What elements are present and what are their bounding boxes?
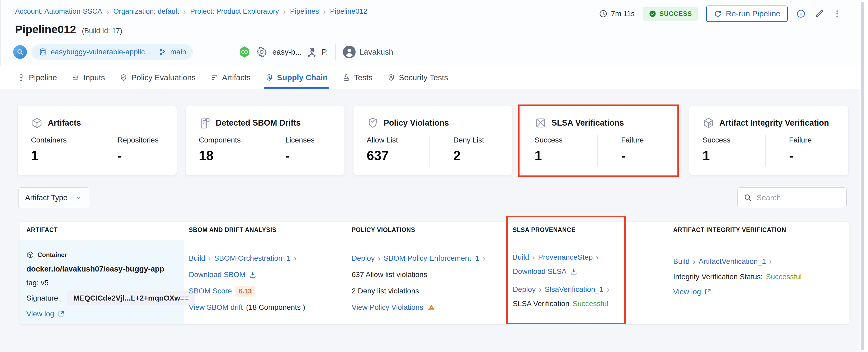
tab-tests[interactable]: Tests — [342, 66, 372, 89]
metric-label: Components — [199, 136, 241, 144]
trigger-project-name[interactable]: P. — [322, 48, 328, 57]
allow-list-violations: 637 Allow list violations — [352, 266, 485, 283]
trigger-pipeline-name[interactable]: easy-b... — [272, 48, 302, 57]
scrollbar-thumb[interactable] — [861, 2, 864, 350]
tab-policy-evaluations[interactable]: Policy Evaluations — [120, 66, 195, 89]
sbom-score-row: SBOM Score 6.13 — [189, 283, 305, 299]
tab-label: Security Tests — [399, 73, 448, 82]
metric-label: Allow List — [367, 136, 398, 144]
tab-security-tests[interactable]: Security Tests — [387, 66, 448, 89]
card-title: SLSA Verifications — [552, 118, 624, 128]
tab-label: Artifacts — [222, 73, 250, 82]
artifact-type-select[interactable]: Artifact Type — [19, 187, 89, 208]
pipeline-icon — [17, 74, 25, 82]
col-header-policy: POLICY VIOLATIONS — [352, 226, 415, 233]
metric-slsa-success: Success 1 — [534, 136, 563, 163]
slsa-verification-path: Deploy › SlsaVerification_1 › — [513, 282, 609, 296]
metric-value: 637 — [367, 148, 398, 163]
breadcrumb-pipelines[interactable]: Pipelines — [290, 7, 319, 15]
metric-value: 18 — [199, 148, 241, 163]
step-link[interactable]: SBOM Policy Enforcement_1 — [383, 254, 479, 262]
metric-allow-list: Allow List 637 — [367, 136, 398, 163]
sbom-step-path: Build › SBOM Orchestration_1 › — [189, 250, 305, 266]
container-cube-icon — [26, 251, 34, 259]
pill-divider — [155, 47, 155, 57]
stage-link[interactable]: Deploy — [352, 254, 375, 262]
step-link[interactable]: SlsaVerification_1 — [545, 285, 603, 294]
tab-supply-chain[interactable]: Supply Chain — [265, 66, 328, 89]
slsa-status-label: SLSA Verification — [513, 299, 569, 308]
chevron-right-icon: › — [769, 257, 772, 266]
breadcrumb-account[interactable]: Account: Automation-SSCA — [15, 7, 102, 15]
metric-integrity-failure: Failure - — [789, 136, 812, 163]
col-header-slsa: SLSA PROVENANCE — [513, 226, 576, 233]
view-sbom-drift-link[interactable]: View SBOM drift — [189, 303, 243, 312]
repository-icon — [38, 48, 47, 56]
artifacts-table: ARTIFACT SBOM AND DRIFT ANALYSIS POLICY … — [20, 222, 849, 324]
chevron-right-icon: › — [607, 285, 609, 294]
slsa-icon — [534, 117, 547, 129]
gear-icon — [256, 46, 268, 58]
rerun-pipeline-button[interactable]: Re-run Pipeline — [706, 5, 788, 22]
slsa-cell: Build › ProvenanceStep › Download SLSA D… — [513, 250, 609, 311]
tab-label: Supply Chain — [277, 73, 328, 82]
download-icon — [570, 267, 578, 276]
chevron-right-icon: › — [208, 254, 211, 263]
view-policy-violations-label: View Policy Violations — [352, 303, 423, 312]
chevron-right-icon: › — [106, 8, 109, 15]
artifacts-list-icon — [210, 74, 218, 82]
stage-link[interactable]: Build — [673, 257, 689, 266]
edit-pencil-icon[interactable] — [814, 9, 824, 19]
clock-icon — [599, 9, 608, 18]
tab-label: Tests — [354, 73, 372, 82]
info-icon[interactable] — [796, 9, 806, 19]
tab-pipeline[interactable]: Pipeline — [17, 66, 57, 89]
chevron-right-icon: › — [294, 254, 297, 263]
policy-cell: Deploy › SBOM Policy Enforcement_1 › 637… — [352, 250, 485, 316]
metric-label: Licenses — [285, 136, 315, 144]
integrity-view-log[interactable]: View log — [673, 284, 802, 299]
card-slsa-verifications: SLSA Verifications Success 1 Failure - — [521, 106, 680, 175]
stage-link[interactable]: Build — [513, 253, 529, 261]
artifact-tag: tag: v5 — [26, 276, 195, 290]
signature-value[interactable]: MEQCICde2Vjl...L+2+mqnOXw== — [67, 291, 195, 305]
sbom-cell: Build › SBOM Orchestration_1 › Download … — [189, 250, 305, 316]
tab-artifacts[interactable]: Artifacts — [210, 66, 250, 89]
breadcrumb-organization[interactable]: Organization: default — [113, 7, 179, 15]
tab-inputs[interactable]: Inputs — [72, 66, 105, 89]
repo-branch-pill[interactable]: easybuggy-vulnerable-applic... main — [32, 44, 193, 60]
card-divider — [261, 135, 262, 167]
sbom-score-badge: 6.13 — [235, 286, 255, 296]
artifact-view-log[interactable]: View log — [26, 307, 195, 321]
refresh-icon — [714, 9, 722, 18]
sbom-score-link[interactable]: SBOM Score — [189, 287, 232, 295]
breadcrumb-project[interactable]: Project: Product Exploratory — [190, 7, 279, 15]
harness-ci-icon — [238, 45, 251, 59]
step-link[interactable]: ProvenanceStep — [538, 253, 593, 261]
chevron-right-icon: › — [596, 253, 598, 262]
stage-link[interactable]: Build — [189, 254, 205, 262]
metric-value: 2 — [453, 148, 484, 163]
download-icon — [249, 271, 257, 279]
sbom-drift-row: View SBOM drift (18 Components ) — [189, 299, 305, 316]
tab-label: Policy Evaluations — [131, 73, 195, 82]
card-artifacts: Artifacts Containers 1 Repositories - — [18, 106, 177, 175]
step-link[interactable]: SBOM Orchestration_1 — [214, 254, 290, 262]
step-link[interactable]: ArtifactVerification_1 — [699, 257, 766, 266]
external-link-icon — [57, 310, 65, 318]
kebab-menu-icon[interactable] — [833, 9, 842, 18]
breadcrumb-current[interactable]: Pipeline012 — [330, 7, 367, 15]
search-input[interactable] — [756, 193, 841, 202]
download-slsa[interactable]: Download SLSA — [513, 264, 609, 279]
metric-licenses: Licenses - — [285, 136, 315, 163]
page-header: Account: Automation-SSCA › Organization:… — [0, 0, 868, 66]
metric-value: - — [621, 148, 644, 163]
stage-link[interactable]: Deploy — [513, 285, 536, 294]
chevron-down-icon — [75, 194, 83, 201]
page-title: Pipeline012 — [15, 23, 76, 36]
integrity-cell: Build › ArtifactVerification_1 › Integri… — [673, 254, 802, 299]
view-policy-violations[interactable]: View Policy Violations — [352, 299, 485, 316]
download-sbom[interactable]: Download SBOM — [189, 266, 305, 283]
status-badge: SUCCESS — [643, 7, 698, 21]
search-icon — [743, 193, 752, 202]
